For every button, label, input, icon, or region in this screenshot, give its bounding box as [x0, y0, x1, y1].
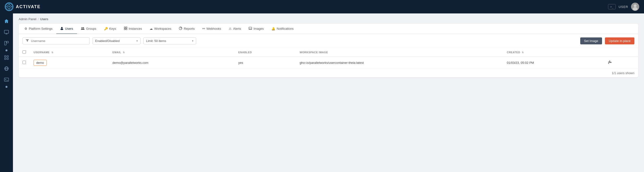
email-column-header[interactable]: EMAIL ⇅ [108, 48, 234, 57]
sidebar-item-grid[interactable] [2, 53, 11, 62]
chevron-down-icon: ▾ [136, 39, 138, 42]
tab-webhooks[interactable]: ⚯ Webhooks [198, 24, 225, 34]
chevron-down-icon-2: ▾ [192, 39, 194, 42]
svg-point-40 [609, 62, 610, 62]
row-checkbox-cell [19, 57, 30, 69]
tab-groups[interactable]: Groups [77, 24, 100, 34]
breadcrumb-users: Users [40, 17, 48, 21]
enabled-disabled-dropdown[interactable]: Enabled/Disabled ▾ [92, 38, 140, 44]
svg-rect-30 [124, 27, 126, 28]
tab-users[interactable]: Users [56, 24, 77, 34]
created-sort-icon: ⇅ [522, 51, 524, 54]
reports-icon [179, 27, 182, 31]
table-row: demo demo@parallelworks.com yes ghcr.io/… [19, 57, 638, 69]
images-icon [249, 27, 252, 30]
svg-point-39 [609, 61, 610, 62]
workspace-image-column-header: WORKSPACE IMAGE [296, 48, 503, 57]
username-link[interactable]: demo [34, 60, 47, 66]
row-action-icon[interactable] [608, 61, 612, 65]
svg-rect-10 [4, 30, 9, 33]
actions-column-header [604, 48, 638, 57]
workspaces-icon: ☁ [150, 27, 153, 30]
tab-reports[interactable]: Reports [175, 24, 198, 34]
svg-rect-17 [4, 58, 6, 60]
sidebar-dot-1 [6, 50, 8, 51]
sidebar-item-home[interactable] [2, 16, 11, 26]
keys-icon: 🔑 [104, 27, 108, 30]
username-sort-icon: ⇅ [51, 51, 54, 54]
search-input[interactable] [31, 39, 86, 43]
sidebar-item-terminal[interactable] [2, 75, 11, 84]
header: ACTIVATE >_ USER [0, 0, 644, 14]
svg-rect-32 [124, 28, 126, 30]
enabled-cell: yes [234, 57, 296, 69]
select-all-column [19, 48, 30, 57]
notifications-icon: 🔔 [272, 27, 275, 30]
main-panel: ⚙ Platform Settings Users [19, 24, 638, 77]
svg-point-8 [634, 4, 636, 7]
svg-rect-14 [7, 41, 8, 43]
instances-icon [124, 27, 127, 31]
username-cell: demo [30, 57, 108, 69]
limit-dropdown[interactable]: Limit: 50 items ▾ [144, 38, 196, 44]
svg-point-24 [61, 27, 62, 28]
set-image-button[interactable]: Set Image [580, 38, 602, 44]
tab-alerts[interactable]: ⚠ Alerts [225, 24, 245, 34]
terminal-icon[interactable]: >_ [608, 4, 616, 9]
tab-bar: ⚙ Platform Settings Users [19, 24, 638, 34]
svg-point-25 [60, 28, 63, 30]
username-column-header[interactable]: USERNAME ⇅ [30, 48, 108, 57]
select-all-checkbox[interactable] [22, 50, 26, 54]
created-column-header[interactable]: CREATED ⇅ [503, 48, 604, 57]
sidebar [0, 14, 13, 172]
svg-point-9 [633, 7, 638, 10]
row-checkbox[interactable] [22, 61, 26, 64]
sidebar-item-monitor[interactable] [2, 27, 11, 37]
header-left: ACTIVATE [5, 2, 40, 11]
tab-keys[interactable]: 🔑 Keys [100, 24, 120, 34]
logo-text: ACTIVATE [16, 4, 40, 9]
email-cell: demo@parallelworks.com [108, 57, 234, 69]
svg-rect-33 [126, 28, 127, 30]
tab-platform-settings[interactable]: ⚙ Platform Settings [20, 24, 56, 34]
search-box[interactable] [22, 38, 90, 44]
groups-icon [81, 27, 85, 30]
settings-icon: ⚙ [24, 27, 27, 30]
tab-notifications[interactable]: 🔔 Notifications [268, 24, 298, 34]
tab-images[interactable]: Images [245, 24, 268, 34]
svg-rect-13 [4, 41, 6, 45]
logo-icon [5, 2, 14, 11]
header-right: >_ USER [608, 3, 639, 11]
avatar [631, 3, 639, 11]
alerts-icon: ⚠ [229, 27, 232, 30]
main-layout: Admin Panel / Users ⚙ Platform Settings [0, 14, 644, 172]
content-area: Admin Panel / Users ⚙ Platform Settings [13, 14, 644, 172]
enabled-column-header: ENABLED [234, 48, 296, 57]
svg-rect-22 [4, 78, 9, 81]
svg-point-41 [610, 62, 611, 62]
tab-workspaces[interactable]: ☁ Workspaces [146, 24, 175, 34]
sidebar-item-network[interactable] [2, 64, 11, 74]
svg-rect-15 [4, 56, 6, 57]
svg-rect-18 [7, 58, 8, 60]
svg-rect-31 [126, 27, 127, 28]
user-icon [60, 27, 64, 31]
filter-icon [26, 39, 29, 43]
svg-point-27 [83, 27, 84, 28]
svg-rect-35 [249, 27, 252, 30]
table-footer: 1/1 users shown [19, 69, 638, 77]
sidebar-item-layers[interactable] [2, 38, 11, 48]
email-sort-icon: ⇅ [123, 51, 125, 54]
breadcrumb-admin-panel[interactable]: Admin Panel [19, 17, 36, 21]
tab-instances[interactable]: Instances [120, 24, 146, 34]
created-cell: 01/03/23, 05:02 PM [503, 57, 604, 69]
update-in-place-button[interactable]: Update in-place [605, 38, 634, 44]
user-label: USER [618, 5, 628, 9]
workspace-image-cell: ghcr.io/parallelworks/usercontainer-thei… [296, 57, 503, 69]
svg-point-2 [8, 6, 10, 7]
svg-point-26 [81, 27, 82, 28]
users-table: USERNAME ⇅ EMAIL ⇅ ENABLED WOR [19, 48, 638, 77]
breadcrumb: Admin Panel / Users [19, 17, 638, 21]
svg-rect-16 [7, 56, 8, 57]
sidebar-dot-2 [6, 86, 8, 88]
